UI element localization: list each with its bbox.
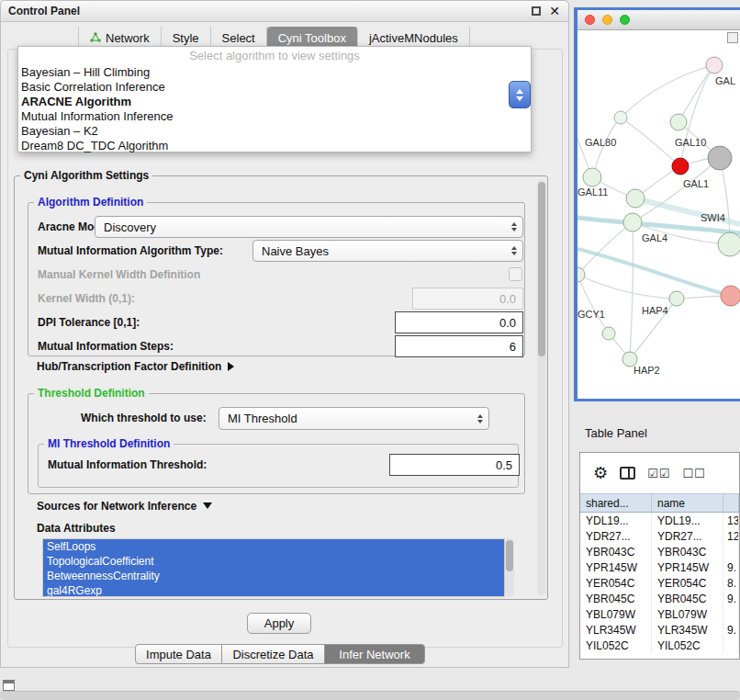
minimize-traffic-light-icon[interactable] [602, 15, 612, 25]
close-traffic-light-icon[interactable] [585, 15, 595, 25]
attribute-item-selected[interactable]: gal4RGexp [43, 583, 504, 597]
network-node[interactable] [718, 232, 740, 256]
birdseye-toggle[interactable] [727, 32, 738, 43]
network-node[interactable] [672, 158, 689, 175]
zoom-traffic-light-icon[interactable] [620, 15, 630, 25]
select-all-icon[interactable]: ☑☑ [647, 467, 670, 480]
table-body: YDL19...YDL19...13YDR27...YDR27...12YBR0… [580, 513, 739, 653]
float-window-icon[interactable] [532, 6, 541, 16]
collapsed-arrow-icon [228, 362, 234, 371]
network-node[interactable] [623, 213, 642, 231]
data-attributes-list[interactable]: SelfLoopsTopologicalCoefficientBetweenne… [42, 538, 505, 597]
network-node[interactable] [669, 291, 684, 306]
manual-kernel-width-checkbox[interactable] [509, 267, 522, 281]
network-canvas[interactable]: GALGAL80GAL10GAL11GAL1SWI4GAL4GCY1HAP4HA… [577, 30, 740, 399]
sources-section-toggle[interactable]: Sources for Network Inference [37, 500, 212, 513]
attributes-scrollbar-thumb[interactable] [506, 540, 513, 571]
apply-button[interactable]: Apply [247, 613, 311, 634]
table-cell: 12 [723, 528, 739, 544]
column-header-extra[interactable] [723, 494, 739, 512]
columns-icon[interactable] [620, 467, 635, 480]
attribute-item-selected[interactable]: TopologicalCoefficient [43, 554, 504, 569]
group-title: Algorithm Definition [34, 196, 147, 209]
kernel-width-input[interactable]: 0.0 [412, 288, 523, 310]
bottom-scrollbar[interactable] [0, 691, 740, 700]
network-node[interactable] [626, 189, 645, 208]
attributes-scrollbar[interactable] [505, 538, 514, 597]
close-icon[interactable]: ✕ [549, 4, 560, 18]
tab-label: Cyni Toolbox [278, 31, 346, 45]
table-cell: 9. [723, 622, 739, 638]
which-threshold-label: Which threshold to use: [81, 407, 207, 430]
table-row[interactable]: YBR045CYBR045C9. [580, 591, 739, 606]
network-node[interactable] [706, 57, 723, 73]
algorithm-option[interactable]: ARACNE Algorithm [18, 95, 531, 109]
attribute-item-selected[interactable]: BetweennessCentrality [43, 569, 504, 583]
dpi-tolerance-input[interactable]: 0.0 [395, 311, 523, 333]
table-row[interactable]: YBL079WYBL079W [580, 606, 739, 622]
mi-steps-input[interactable]: 6 [395, 335, 523, 357]
table-cell: YER054C [652, 575, 723, 591]
algorithm-dropdown-placeholder: Select algorithm to view settings [18, 47, 531, 65]
network-edge[interactable] [630, 222, 633, 359]
deselect-all-icon[interactable]: ☐☐ [682, 467, 705, 480]
table-cell: 9. [723, 591, 739, 606]
network-node[interactable] [708, 146, 732, 170]
network-node[interactable] [614, 111, 627, 124]
network-edge[interactable] [680, 65, 714, 166]
table-header-row: shared... name [580, 493, 739, 513]
table-panel-title: Table Panel [585, 426, 647, 440]
network-node[interactable] [577, 267, 585, 282]
settings-scrollbar[interactable] [537, 180, 546, 595]
table-cell: YPR145W [652, 559, 723, 575]
tab-discretize-data[interactable]: Discretize Data [221, 644, 325, 664]
table-panel: ⚙ ☑☑ ☐☐ shared... name YDL19...YDL19...1… [579, 452, 740, 660]
mi-threshold-input[interactable]: 0.5 [389, 454, 520, 476]
settings-scrollbar-thumb[interactable] [538, 182, 545, 356]
table-row[interactable]: YLR345WYLR345W9. [580, 622, 739, 638]
tab-impute-data[interactable]: Impute Data [135, 644, 222, 664]
algorithm-dropdown-popup: Select algorithm to view settings Bayesi… [17, 46, 532, 152]
gear-icon[interactable]: ⚙ [593, 465, 608, 481]
mi-algorithm-type-select[interactable]: Naive Bayes [252, 240, 523, 262]
algorithm-option[interactable]: Bayesian – K2 [18, 124, 531, 139]
updown-arrows-icon [472, 414, 488, 423]
network-window-titlebar[interactable] [577, 10, 740, 30]
table-row[interactable]: YPR145WYPR145W9. [580, 559, 739, 575]
network-edge[interactable] [577, 222, 633, 275]
network-node[interactable] [670, 114, 687, 130]
tab-label: Impute Data [146, 648, 211, 661]
aracne-mode-select[interactable]: Discovery [95, 216, 523, 238]
attribute-item-selected[interactable]: SelfLoops [43, 539, 504, 554]
network-node[interactable] [583, 168, 601, 186]
tab-infer-network[interactable]: Infer Network [324, 644, 425, 664]
table-toolbar: ⚙ ☑☑ ☐☐ [580, 453, 739, 493]
table-row[interactable]: YDL19...YDL19...13 [580, 513, 739, 528]
algorithm-option[interactable]: Dream8 DC_TDC Algorithm [18, 139, 531, 153]
which-threshold-select[interactable]: MI Threshold [219, 407, 489, 430]
column-header-shared-name[interactable]: shared... [580, 494, 652, 512]
table-row[interactable]: YER054CYER054C8. [580, 575, 739, 591]
network-graph[interactable]: GALGAL80GAL10GAL11GAL1SWI4GAL4GCY1HAP4HA… [577, 30, 740, 399]
table-cell: YER054C [580, 575, 652, 591]
tab-label: Infer Network [339, 648, 409, 661]
cyni-algorithm-settings-group: Cyni Algorithm Settings Algorithm Defini… [14, 175, 548, 600]
network-edge[interactable] [577, 275, 609, 333]
column-header-name[interactable]: name [652, 494, 723, 512]
network-node[interactable] [602, 327, 615, 340]
kernel-width-label: Kernel Width (0,1): [38, 288, 135, 310]
network-edge[interactable] [621, 65, 714, 118]
network-edge[interactable] [577, 275, 677, 299]
table-row[interactable]: YDR27...YDR27...12 [580, 528, 739, 544]
network-node[interactable] [721, 286, 740, 306]
table-row[interactable]: YBR043CYBR043C [580, 544, 739, 559]
control-panel-titlebar[interactable]: Control Panel ✕ [1, 1, 568, 22]
network-edge[interactable] [577, 249, 731, 296]
algorithm-option[interactable]: Mutual Information Inference [18, 109, 531, 124]
algorithm-option[interactable]: Basic Correlation Inference [18, 80, 531, 95]
dock-panel-icon[interactable] [3, 680, 15, 691]
table-row[interactable]: YIL052CYIL052C [580, 638, 739, 653]
algorithm-option[interactable]: Bayesian – Hill Climbing [18, 65, 531, 80]
algorithm-combobox-button[interactable] [509, 81, 531, 108]
hub-section-toggle[interactable]: Hub/Transcription Factor Definition [37, 360, 234, 373]
